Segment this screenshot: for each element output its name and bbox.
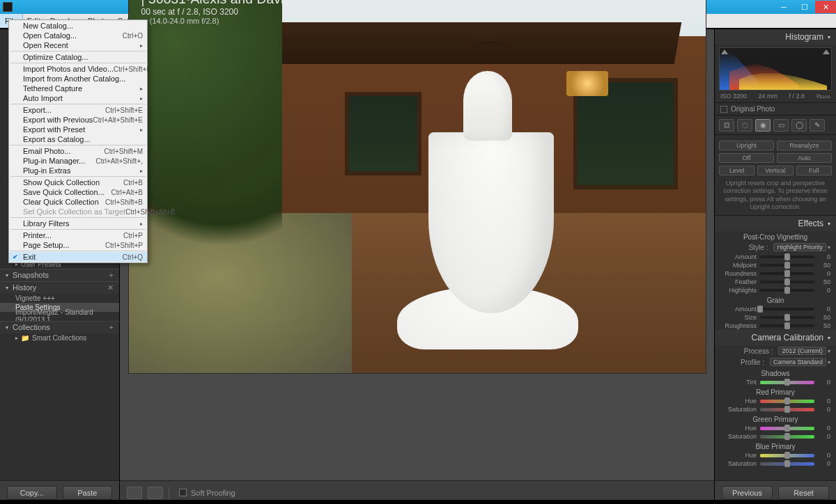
- slider-midpoint[interactable]: Midpoint50: [715, 261, 836, 269]
- upright-level-button[interactable]: Level: [719, 166, 754, 175]
- history-item[interactable]: Vignette +++: [0, 294, 119, 303]
- process-row[interactable]: Process : 2012 (Current) ▾: [715, 345, 836, 356]
- soft-proofing-toggle[interactable]: Soft Proofing: [179, 489, 235, 497]
- grain-title: Grain: [715, 294, 836, 305]
- upright-off-button[interactable]: Off: [719, 153, 774, 163]
- file-menu-printer[interactable]: Printer...Ctrl+P: [9, 230, 147, 240]
- histogram-display[interactable]: [719, 47, 832, 90]
- collections-header[interactable]: ▾ Collections +: [0, 321, 119, 333]
- style-label: Style :: [720, 244, 773, 251]
- minimize-button[interactable]: ─: [773, 1, 794, 13]
- snapshots-label: Snapshots: [13, 271, 49, 279]
- upright-panel: Upright Reanalyze Off Auto Level Vertica…: [715, 135, 836, 216]
- file-menu-export-with-previous[interactable]: Export with PreviousCtrl+Alt+Shift+E: [9, 115, 147, 125]
- redeye-tool-button[interactable]: ◉: [755, 119, 771, 132]
- process-value[interactable]: 2012 (Current): [778, 347, 826, 355]
- profile-row[interactable]: Profile : Camera Standard ▾: [715, 356, 836, 368]
- file-menu-show-quick-collection[interactable]: Show Quick CollectionCtrl+B: [9, 178, 147, 187]
- histogram-label: Histogram: [785, 32, 823, 42]
- history-header[interactable]: ▾ History ✕: [0, 281, 119, 294]
- soft-proofing-label: Soft Proofing: [191, 489, 235, 497]
- slider-hue[interactable]: Hue0: [715, 424, 836, 432]
- file-menu-export-with-preset[interactable]: Export with Preset▸: [9, 125, 147, 134]
- history-item[interactable]: Import/MegaZ - Standard (9/1/2013 1...: [0, 312, 119, 321]
- green-primary-title: Green Primary: [715, 414, 836, 424]
- histogram-header[interactable]: Histogram ▾: [715, 29, 836, 45]
- file-menu-save-quick-collection[interactable]: Save Quick Collection...Ctrl+Alt+B: [9, 187, 147, 197]
- upright-auto-button[interactable]: Auto: [777, 153, 832, 163]
- slider-saturation[interactable]: Saturation0: [715, 432, 836, 441]
- upright-vertical-button[interactable]: Vertical: [757, 166, 793, 175]
- maximize-button[interactable]: ☐: [794, 1, 815, 13]
- style-value[interactable]: Highlight Priority: [773, 243, 826, 251]
- file-menu-page-setup[interactable]: Page Setup...Ctrl+Shift+P: [9, 240, 147, 250]
- slider-amount[interactable]: Amount0: [715, 253, 836, 261]
- gradient-tool-button[interactable]: ▭: [773, 119, 789, 132]
- slider-roughness[interactable]: Roughness50: [715, 322, 836, 330]
- file-menu-clear-quick-collection[interactable]: Clear Quick CollectionCtrl+Shift+B: [9, 197, 147, 207]
- before-after-button[interactable]: [148, 487, 163, 499]
- file-menu-email-photo[interactable]: Email Photo...Ctrl+Shift+M: [9, 146, 147, 156]
- upright-full-button[interactable]: Full: [796, 166, 832, 175]
- file-menu-library-filters[interactable]: Library Filters▸: [9, 219, 147, 228]
- chevron-down-icon: ▾: [6, 285, 8, 291]
- slider-hue[interactable]: Hue0: [715, 397, 836, 405]
- previous-button[interactable]: Previous: [722, 486, 773, 500]
- file-menu-tethered-capture[interactable]: Tethered Capture▸: [9, 84, 147, 93]
- effects-label: Effects: [798, 219, 823, 228]
- snapshots-header[interactable]: ▾ Snapshots +: [0, 269, 119, 281]
- image-viewport[interactable]: | 30831-Alexis and Davis Wedding-059.NEF…: [120, 0, 714, 480]
- file-menu-dropdown[interactable]: New Catalog...Open Catalog...Ctrl+OOpen …: [8, 19, 148, 263]
- slider-tint[interactable]: Tint0: [715, 378, 836, 386]
- image-preview[interactable]: | 30831-Alexis and Davis Wedding-059.NEF…: [129, 0, 706, 373]
- file-menu-auto-import[interactable]: Auto Import▸: [9, 93, 147, 103]
- upright-note: Upright resets crop and perspective corr…: [719, 180, 832, 211]
- slider-amount[interactable]: Amount0: [715, 305, 836, 313]
- reanalyze-button[interactable]: Reanalyze: [777, 141, 832, 150]
- slider-feather[interactable]: Feather50: [715, 278, 836, 286]
- calibration-header[interactable]: Camera Calibration ▾: [715, 330, 836, 345]
- file-menu-optimize-catalog[interactable]: Optimize Catalog...: [9, 52, 147, 62]
- right-panel: Histogram ▾ ISO 3200 24 mm f / 2.8 ¹⁄₂₀₀…: [714, 29, 836, 504]
- slider-highlights[interactable]: Highlights0: [715, 286, 836, 294]
- loupe-view-button[interactable]: [127, 487, 142, 499]
- file-menu-plug-in-extras[interactable]: Plug-in Extras▸: [9, 166, 147, 175]
- process-label: Process :: [720, 347, 778, 355]
- file-menu-export-as-catalog[interactable]: Export as Catalog...: [9, 134, 147, 144]
- brush-tool-button[interactable]: ✎: [810, 119, 825, 132]
- slider-hue[interactable]: Hue0: [715, 451, 836, 459]
- paste-button[interactable]: Paste: [63, 486, 113, 500]
- crop-tool-button[interactable]: ⊡: [719, 119, 734, 132]
- slider-roundness[interactable]: Roundness0: [715, 269, 836, 278]
- copy-button[interactable]: Copy...: [7, 486, 57, 500]
- profile-label: Profile :: [720, 359, 770, 366]
- add-snapshot-button[interactable]: +: [109, 271, 114, 279]
- profile-value[interactable]: Camera Standard: [770, 358, 826, 366]
- file-menu-exit[interactable]: ✔ExitCtrl+Q: [9, 252, 147, 262]
- highlight-clip-icon[interactable]: [823, 49, 830, 54]
- chevron-down-icon: ▾: [828, 34, 830, 40]
- file-menu-plug-in-manager[interactable]: Plug-in Manager...Ctrl+Alt+Shift+,: [9, 156, 147, 166]
- radial-tool-button[interactable]: ◯: [791, 119, 807, 132]
- slider-saturation[interactable]: Saturation0: [715, 405, 836, 414]
- clear-history-button[interactable]: ✕: [107, 283, 114, 292]
- vignette-style-row[interactable]: Style : Highlight Priority ▾: [715, 242, 836, 253]
- slider-saturation[interactable]: Saturation0: [715, 459, 836, 468]
- collection-smart-collections[interactable]: ▸ 📁 Smart Collections: [0, 333, 119, 342]
- reset-button[interactable]: Reset: [778, 486, 829, 500]
- effects-header[interactable]: Effects ▾: [715, 216, 836, 231]
- file-menu-export[interactable]: Export...Ctrl+Shift+E: [9, 105, 147, 115]
- window-controls: ─ ☐ ✕: [773, 1, 836, 13]
- file-menu-import-from-another-catalog[interactable]: Import from Another Catalog...: [9, 74, 147, 84]
- file-menu-new-catalog[interactable]: New Catalog...: [9, 21, 147, 31]
- slider-size[interactable]: Size50: [715, 313, 836, 322]
- close-button[interactable]: ✕: [815, 1, 836, 13]
- original-photo-toggle[interactable]: Original Photo: [715, 103, 836, 116]
- add-collection-button[interactable]: +: [109, 323, 114, 331]
- file-menu-import-photos-and-video[interactable]: Import Photos and Video...Ctrl+Shift+I: [9, 64, 147, 74]
- collections-label: Collections: [13, 323, 50, 331]
- spot-tool-button[interactable]: ◌: [737, 119, 752, 132]
- file-menu-open-recent[interactable]: Open Recent▸: [9, 40, 147, 50]
- file-menu-open-catalog[interactable]: Open Catalog...Ctrl+O: [9, 31, 147, 40]
- vignette-title: Post-Crop Vignetting: [715, 231, 836, 242]
